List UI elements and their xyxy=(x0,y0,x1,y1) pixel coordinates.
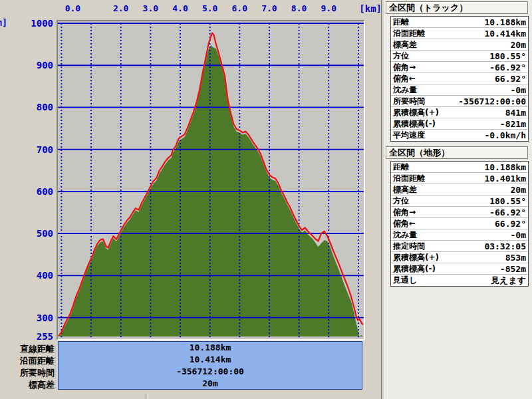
row-label: 方位 xyxy=(393,196,409,207)
row-label: 累積標高(+) xyxy=(393,107,439,118)
table-row: 推定時間03:32:05 xyxy=(391,241,528,252)
x-tick-label: 2.0 xyxy=(104,3,138,13)
x-axis-unit-label: [km] xyxy=(351,3,382,14)
row-value: 03:32:05 xyxy=(484,241,526,251)
row-label: 推定時間 xyxy=(393,241,425,252)
row-label: 方位 xyxy=(393,51,409,62)
row-label: 標高差 xyxy=(393,184,417,196)
table-row: 距離10.188km xyxy=(391,17,528,28)
summary-label: 直線距離 xyxy=(0,343,55,355)
y-tick-label: 300 xyxy=(19,313,53,323)
table-row: 標高差20m xyxy=(391,184,528,196)
row-label: 累積標高(-) xyxy=(393,263,436,275)
y-tick-label: 900 xyxy=(19,60,53,70)
row-label: 所要時間 xyxy=(393,96,425,107)
table-row: 累積標高(+)841m xyxy=(391,107,528,118)
row-label: 俯角→ xyxy=(393,207,416,218)
y-tick-label: 255 xyxy=(19,331,53,342)
row-label: 距離 xyxy=(393,162,409,173)
row-label: 累積標高(+) xyxy=(393,252,439,263)
info-pane: 全区間（トラック） 距離10.188km沿面距離10.414km標高差20m方位… xyxy=(384,0,532,399)
x-tick-label: 6.0 xyxy=(223,3,256,13)
row-label: 平均速度 xyxy=(393,130,425,141)
table-row: 方位180.55° xyxy=(391,51,528,62)
table-row: 俯角→-66.92° xyxy=(391,62,528,73)
terrain-panel-title: 全区間（地形） xyxy=(386,146,528,159)
table-row: 俯角←66.92° xyxy=(391,73,528,84)
elevation-chart-region: [m] 0.02.03.04.05.06.07.08.09.0[km] 1000… xyxy=(0,0,380,399)
table-row: 累積標高(-)-821m xyxy=(391,118,528,130)
row-value: 66.92° xyxy=(495,74,526,84)
track-panel-title: 全区間（トラック） xyxy=(386,1,528,14)
x-tick-label: 4.0 xyxy=(164,3,197,13)
row-value: 10.188km xyxy=(484,162,526,172)
table-row: 平均速度-0.0km/h xyxy=(391,130,528,141)
summary-value: 10.188km xyxy=(59,342,362,354)
table-row: 沿面距離10.414km xyxy=(391,28,528,39)
table-row: 俯角→-66.92° xyxy=(391,207,528,218)
row-value: 10.401km xyxy=(484,174,526,184)
table-row: 沈み量-0m xyxy=(391,229,528,241)
row-label: 累積標高(-) xyxy=(393,118,436,130)
row-label: 沈み量 xyxy=(393,229,417,241)
elevation-profile-window: [m] 0.02.03.04.05.06.07.08.09.0[km] 1000… xyxy=(0,0,532,399)
row-value: -0m xyxy=(511,230,526,240)
track-panel-table: 距離10.188km沿面距離10.414km標高差20m方位180.55°俯角→… xyxy=(390,16,529,142)
summary-label: 沿面距離 xyxy=(0,355,55,367)
y-tick-label: 500 xyxy=(19,228,53,239)
summary-value: 10.414km xyxy=(59,354,362,366)
splitter-notch xyxy=(146,394,148,399)
row-value: 20m xyxy=(511,185,526,195)
row-value: -821m xyxy=(500,119,526,129)
terrain-panel-table: 距離10.188km沿面距離10.401km標高差20m方位180.55°俯角→… xyxy=(390,161,529,287)
row-label: 俯角→ xyxy=(393,62,416,73)
y-tick-label: 1000 xyxy=(19,18,53,29)
y-tick-label: 800 xyxy=(19,102,53,112)
row-label: 沈み量 xyxy=(393,84,417,96)
terrain-area xyxy=(59,45,363,336)
row-value: 180.55° xyxy=(489,196,526,206)
table-row: 距離10.188km xyxy=(391,162,528,173)
x-tick-label: 0.0 xyxy=(56,3,89,13)
row-label: 標高差 xyxy=(393,39,417,51)
row-label: 俯角← xyxy=(393,218,416,229)
row-value: -66.92° xyxy=(489,63,526,72)
x-tick-label: 7.0 xyxy=(253,3,286,13)
x-tick-label: 9.0 xyxy=(312,3,345,13)
row-value: 180.55° xyxy=(489,51,526,61)
summary-box: 10.188km10.414km-356712:00:0020m xyxy=(58,341,362,390)
table-row: 俯角←66.92° xyxy=(391,218,528,229)
x-tick-label: 8.0 xyxy=(283,3,316,13)
row-value: 10.188km xyxy=(484,17,526,27)
row-value: 853m xyxy=(505,253,526,263)
summary-label: 標高差 xyxy=(0,379,55,391)
y-tick-label: 700 xyxy=(19,144,53,155)
row-value: -0m xyxy=(511,85,526,95)
summary-value: 20m xyxy=(59,378,362,390)
table-row: 累積標高(-)-852m xyxy=(391,263,528,275)
table-row: 所要時間-356712:00:00 xyxy=(391,96,528,107)
x-tick-label: 3.0 xyxy=(134,3,167,13)
summary-label: 所要時間 xyxy=(0,367,55,379)
y-tick-label: 400 xyxy=(19,270,53,281)
table-row: 沈み量-0m xyxy=(391,84,528,96)
row-value: -356712:00:00 xyxy=(458,96,526,106)
row-value: 66.92° xyxy=(495,219,526,229)
x-tick-label: 5.0 xyxy=(194,3,227,13)
y-axis-unit-label: [m] xyxy=(0,17,7,28)
row-value: 見えます xyxy=(491,275,526,287)
row-value: 10.414km xyxy=(484,29,526,39)
elevation-plot[interactable] xyxy=(58,21,364,339)
table-row: 見通し見えます xyxy=(391,275,528,286)
plot-frame xyxy=(57,20,365,340)
row-value: 20m xyxy=(511,40,526,50)
row-label: 俯角← xyxy=(393,73,416,84)
row-value: -66.92° xyxy=(489,207,526,217)
row-label: 見通し xyxy=(393,275,417,286)
row-label: 距離 xyxy=(393,17,409,28)
summary-value: -356712:00:00 xyxy=(59,366,362,378)
row-label: 沿面距離 xyxy=(393,173,425,184)
table-row: 方位180.55° xyxy=(391,196,528,207)
table-row: 沿面距離10.401km xyxy=(391,173,528,184)
table-row: 標高差20m xyxy=(391,39,528,51)
